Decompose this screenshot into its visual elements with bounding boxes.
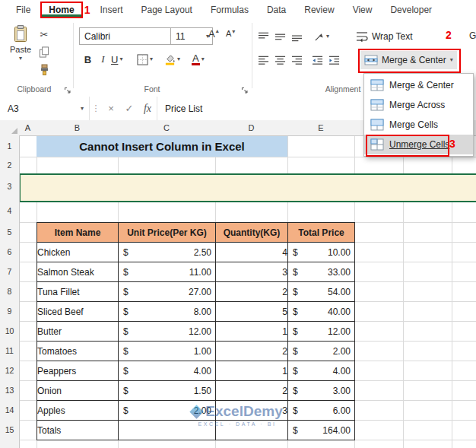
tab-data[interactable]: Data (259, 2, 294, 18)
cell-unit-price[interactable]: $1.50 (119, 381, 216, 401)
cell-quantity[interactable]: 2 (216, 282, 288, 302)
orientation-button[interactable]: ▾ (313, 29, 329, 44)
select-all-corner[interactable] (0, 120, 20, 136)
row-header-12[interactable]: 12 (0, 361, 20, 381)
bottom-align-button[interactable] (291, 29, 303, 44)
row-header-2[interactable]: 2 (0, 157, 20, 174)
cell-grand-total[interactable]: $164.00 (288, 421, 355, 440)
format-painter-button[interactable] (36, 62, 52, 77)
cell-quantity[interactable]: 3 (216, 262, 288, 282)
row-header-3[interactable]: 3 (0, 173, 20, 200)
cell-empty[interactable] (216, 421, 288, 440)
column-header-C[interactable]: C (118, 120, 216, 136)
row-header-6[interactable]: 6 (0, 242, 20, 262)
cell-unit-price[interactable]: $11.00 (119, 262, 216, 282)
cell-total[interactable]: $40.00 (288, 302, 355, 322)
cell-unit-price[interactable]: $27.00 (119, 282, 216, 302)
cell-quantity[interactable]: 4 (216, 243, 288, 262)
wrap-text-button[interactable]: Wrap Text (356, 28, 413, 45)
font-size-select[interactable]: 11 ▾ (170, 27, 213, 45)
header-item-name[interactable]: Item Name (37, 223, 119, 243)
cell-total[interactable]: $4.00 (288, 361, 355, 381)
cell-quantity[interactable]: 1 (216, 361, 288, 381)
cell-quantity[interactable]: 5 (216, 302, 288, 322)
borders-button[interactable]: ▾ (137, 52, 153, 67)
cell-quantity[interactable]: 3 (216, 401, 288, 421)
cell-item-name[interactable]: Tomatoes (37, 342, 119, 361)
column-header-B[interactable]: B (36, 120, 119, 136)
cell-item-name[interactable]: Chicken (37, 243, 119, 262)
header-total-price[interactable]: Total Price (288, 223, 355, 243)
row-header-4[interactable]: 4 (0, 199, 20, 223)
cell-unit-price[interactable]: $2.00 (119, 401, 216, 421)
tab-formulas[interactable]: Formulas (202, 2, 257, 18)
font-dialog-launcher[interactable] (241, 86, 249, 94)
cell-item-name[interactable]: Onion (37, 381, 119, 401)
clipboard-dialog-launcher[interactable] (64, 86, 72, 94)
insert-function-button[interactable]: fx (138, 97, 157, 120)
enter-button[interactable]: ✓ (120, 97, 138, 120)
increase-font-size-button[interactable]: A ▴ (208, 28, 219, 43)
align-left-button[interactable] (258, 52, 269, 68)
middle-align-button[interactable] (274, 29, 286, 44)
tab-developer[interactable]: Developer (382, 2, 440, 18)
tab-home[interactable]: Home (40, 2, 82, 18)
column-header-D[interactable]: D (215, 120, 288, 136)
tab-view[interactable]: View (344, 2, 381, 18)
bold-button[interactable]: B (81, 52, 95, 67)
decrease-font-size-button[interactable]: A ▾ (226, 29, 235, 44)
cell-total[interactable]: $10.00 (288, 243, 355, 262)
italic-button[interactable]: I (96, 52, 110, 67)
font-color-button[interactable]: A ▾ (192, 52, 205, 67)
underline-button[interactable]: U ▾ (111, 52, 122, 67)
row-header-5[interactable]: 5 (0, 222, 20, 243)
top-align-button[interactable] (258, 29, 269, 44)
menu-item-merge-and-center[interactable]: Merge & Center (364, 75, 473, 95)
cut-button[interactable]: ✂ (36, 27, 52, 42)
cell-item-name[interactable]: Butter (37, 322, 119, 342)
tab-page-layout[interactable]: Page Layout (133, 2, 201, 18)
cell-unit-price[interactable]: $4.00 (119, 361, 216, 381)
row-header-14[interactable]: 14 (0, 400, 20, 421)
row-header-10[interactable]: 10 (0, 321, 20, 342)
column-header-A[interactable]: A (19, 120, 37, 136)
header-unit-price[interactable]: Unit Price(Per KG) (119, 223, 216, 243)
cell-unit-price[interactable]: $8.00 (119, 302, 216, 322)
menu-item-unmerge-cells[interactable]: Unmerge Cells (364, 135, 473, 154)
header-quantity[interactable]: Quantity(KG) (216, 223, 288, 243)
cell-total[interactable]: $33.00 (288, 262, 355, 282)
fill-color-button[interactable]: ▾ (164, 52, 180, 67)
cell-item-name[interactable]: Sliced Beef (37, 302, 119, 322)
row-header-13[interactable]: 13 (0, 380, 20, 401)
cell-total[interactable]: $2.00 (288, 342, 355, 361)
cell-quantity[interactable]: 1 (216, 322, 288, 342)
cell-quantity[interactable]: 2 (216, 381, 288, 401)
align-right-button[interactable] (291, 52, 303, 68)
cell-item-name[interactable]: Salmon Steak (37, 262, 119, 282)
paste-button[interactable]: Paste ▾ (5, 21, 36, 83)
merge-and-center-button[interactable]: Merge & Center ▾ (360, 51, 457, 69)
cell-total[interactable]: $12.00 (288, 322, 355, 342)
cell-item-name[interactable]: Apples (37, 401, 119, 421)
row-header-1[interactable]: 1 (0, 135, 20, 157)
name-box[interactable]: A3 ▾ (0, 97, 90, 120)
menu-item-merge-across[interactable]: Merge Across (364, 95, 473, 115)
cell-unit-price[interactable]: $2.50 (119, 243, 216, 262)
cell-item-name[interactable]: Tuna Fillet (37, 282, 119, 302)
cell-unit-price[interactable]: $12.00 (119, 322, 216, 342)
increase-indent-button[interactable] (328, 52, 340, 68)
menu-item-merge-cells[interactable]: Merge Cells (364, 115, 473, 135)
tab-review[interactable]: Review (296, 2, 342, 18)
tab-insert[interactable]: Insert (91, 2, 131, 18)
row-header-15[interactable]: 15 (0, 420, 20, 440)
row-header-7[interactable]: 7 (0, 262, 20, 282)
cell-empty[interactable] (119, 421, 216, 440)
decrease-indent-button[interactable] (312, 52, 323, 68)
align-center-button[interactable] (274, 52, 286, 68)
cell-total[interactable]: $6.00 (288, 401, 355, 421)
cell-quantity[interactable]: 2 (216, 342, 288, 361)
row-header-8[interactable]: 8 (0, 281, 20, 302)
title-cell[interactable]: Cannot Insert Column in Excel (36, 135, 287, 157)
cell-item-name[interactable]: Peappers (37, 361, 119, 381)
cell-totals-label[interactable]: Totals (37, 421, 119, 440)
